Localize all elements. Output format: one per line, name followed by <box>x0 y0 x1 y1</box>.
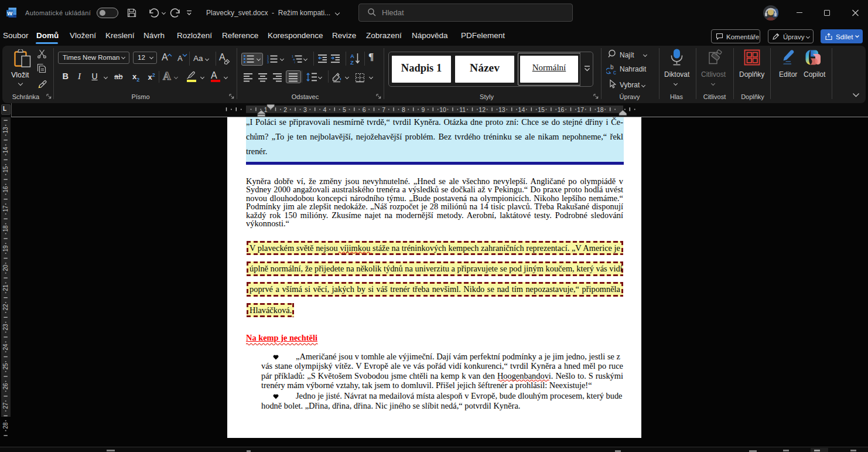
svg-text:A: A <box>350 53 354 59</box>
svg-text:W: W <box>7 10 12 16</box>
svg-text:i: i <box>294 60 295 64</box>
svg-text:c: c <box>613 69 616 75</box>
svg-text:3: 3 <box>267 60 269 64</box>
svg-text:Z: Z <box>350 59 354 65</box>
